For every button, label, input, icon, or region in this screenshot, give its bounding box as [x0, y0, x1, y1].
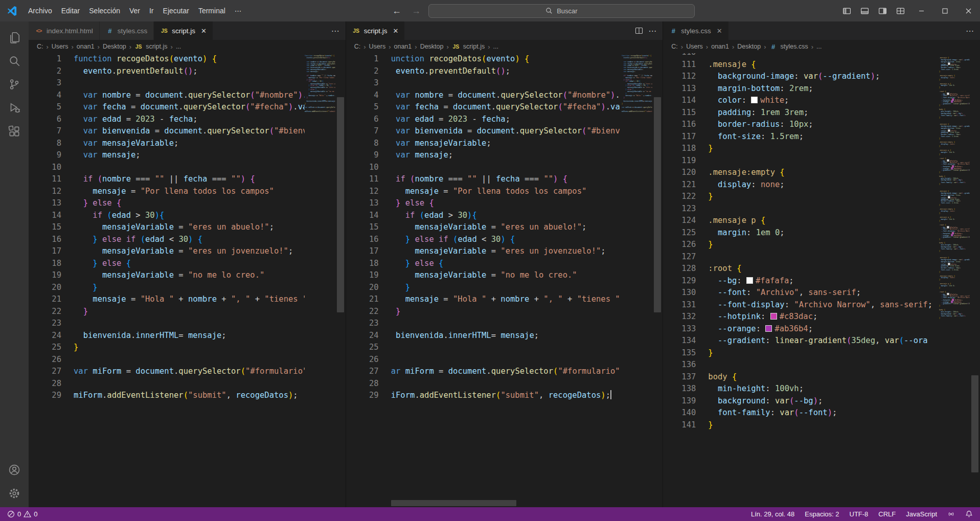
layout-sidebar-left-icon[interactable] [838, 0, 856, 21]
breadcrumb-item[interactable]: Users [369, 43, 386, 50]
problems-status[interactable]: 0 0 [7, 510, 37, 518]
close-button[interactable] [956, 0, 980, 21]
command-center-search[interactable]: Buscar [428, 4, 695, 18]
menu-selección[interactable]: Selección [84, 4, 125, 17]
language-mode-status[interactable]: JavaScript [906, 510, 937, 518]
code-content: .mensaje { background-image: var(--gradi… [939, 255, 970, 319]
minimize-button[interactable] [909, 0, 933, 21]
breadcrumb-item[interactable]: Users [686, 43, 703, 50]
horizontal-scrollbar[interactable] [391, 500, 516, 506]
code-area[interactable]: function recogeDatos(evento) { evento.pr… [391, 53, 622, 507]
notifications-bell-icon[interactable] [965, 510, 973, 518]
code-token [405, 174, 410, 184]
code-token: } [396, 307, 400, 316]
breadcrumb-item[interactable]: Desktop [737, 43, 761, 50]
code-token: "tienes " [264, 295, 304, 304]
code-token: = [434, 115, 448, 124]
minimap[interactable]: .mensaje { background-image: var(--gradi… [939, 53, 970, 507]
breadcrumb[interactable]: C:›Users›onan1›Desktop›#styles.css›... [663, 40, 980, 53]
broadcast-icon[interactable] [947, 510, 955, 518]
forward-icon[interactable]: → [409, 6, 423, 16]
code-line: if (nombre === "" || fecha === "") { [391, 173, 622, 186]
more-actions-icon[interactable]: ⋯ [331, 26, 339, 36]
line-number: 25 [29, 342, 61, 354]
activity-run-debug-icon[interactable] [2, 96, 27, 120]
more-actions-icon[interactable]: ⋯ [966, 26, 974, 36]
scrollbar-thumb[interactable] [337, 97, 344, 312]
maximize-button[interactable] [933, 0, 956, 21]
scrollbar-thumb[interactable] [654, 97, 661, 312]
code-token: { [117, 198, 121, 208]
activity-settings-icon[interactable] [2, 482, 27, 505]
scrollbar-thumb[interactable] [971, 375, 978, 472]
code-line [708, 359, 939, 371]
code-token: ) [241, 174, 245, 184]
breadcrumb-file[interactable]: styles.css [781, 43, 808, 50]
code-token: ; [960, 267, 961, 269]
tab-script.js[interactable]: JSscript.js✕ [154, 21, 213, 40]
menu-overflow-button[interactable]: ⋯ [230, 4, 246, 17]
vertical-scrollbar[interactable] [335, 53, 346, 507]
close-icon[interactable]: ✕ [393, 27, 398, 35]
breadcrumb-item[interactable]: C: [354, 43, 361, 50]
activity-source-control-icon[interactable] [2, 73, 27, 96]
code-token [410, 102, 415, 111]
cursor-position-status[interactable]: Lín. 29, col. 48 [751, 510, 794, 518]
breadcrumb[interactable]: C:›Users›onan1›Desktop›JSscript.js›... [29, 40, 346, 53]
breadcrumb-item[interactable]: Users [52, 43, 69, 50]
code-line: .mensaje p { [708, 215, 939, 227]
code-area[interactable]: function recogeDatos(evento) { evento.pr… [74, 53, 305, 507]
activity-account-icon[interactable] [2, 458, 27, 482]
layout-sidebar-right-icon[interactable] [874, 0, 892, 21]
code-token: "#fecha" [563, 102, 601, 111]
breadcrumb-file[interactable]: script.js [463, 43, 485, 50]
breadcrumb-item[interactable]: C: [671, 43, 678, 50]
tab-script.js[interactable]: JSscript.js✕ [346, 21, 405, 40]
menu-editar[interactable]: Editar [57, 4, 85, 17]
layout-customize-icon[interactable] [892, 0, 909, 21]
tab-styles.css[interactable]: #styles.css✕ [663, 21, 728, 40]
back-icon[interactable]: ← [390, 6, 404, 16]
close-icon[interactable]: ✕ [201, 27, 207, 35]
indentation-status[interactable]: Espacios: 2 [805, 510, 839, 518]
tab-styles.css[interactable]: #styles.css [100, 21, 154, 40]
code-token: querySelector [178, 367, 240, 376]
vertical-scrollbar[interactable] [970, 53, 980, 507]
breadcrumb-symbol[interactable]: ... [816, 43, 822, 50]
breadcrumb-item[interactable]: Desktop [420, 43, 444, 50]
code-token: document [317, 106, 325, 108]
minimap[interactable]: function recogeDatos(evento) { evento.pr… [622, 53, 652, 507]
code-token: querySelector [500, 90, 562, 100]
close-icon[interactable]: ✕ [717, 27, 722, 35]
code-token: } [939, 220, 940, 222]
breadcrumb-file[interactable]: script.js [146, 43, 167, 50]
breadcrumb-item[interactable]: Desktop [103, 43, 126, 50]
breadcrumb[interactable]: C:›Users›onan1›Desktop›JSscript.js›... [346, 40, 663, 53]
breadcrumb-item[interactable]: onan1 [77, 43, 95, 50]
menu-ejecutar[interactable]: Ejecutar [158, 4, 194, 17]
minimap[interactable]: function recogeDatos(evento) { evento.pr… [305, 53, 335, 507]
vertical-scrollbar[interactable] [652, 53, 663, 507]
activity-explorer-icon[interactable] [2, 26, 27, 49]
breadcrumb-item[interactable]: onan1 [711, 43, 729, 50]
eol-status[interactable]: CRLF [878, 510, 896, 518]
menu-terminal[interactable]: Terminal [194, 4, 230, 17]
menu-ver[interactable]: Ver [125, 4, 145, 17]
activity-extensions-icon[interactable] [2, 120, 27, 143]
breadcrumb-item[interactable]: C: [37, 43, 43, 50]
code-token: ; [962, 99, 963, 101]
breadcrumb-symbol[interactable]: ... [493, 43, 498, 50]
split-editor-icon[interactable] [635, 27, 643, 35]
menu-ir[interactable]: Ir [145, 4, 158, 17]
breadcrumb-item[interactable]: onan1 [394, 43, 412, 50]
encoding-status[interactable]: UTF-8 [850, 510, 869, 518]
activity-search-icon[interactable] [2, 49, 27, 73]
code-token: ; [954, 277, 955, 279]
more-actions-icon[interactable]: ⋯ [648, 26, 656, 36]
tab-index.html.html[interactable]: <>index.html.html [29, 21, 100, 40]
layout-panel-bottom-icon[interactable] [856, 0, 874, 21]
code-line: var bienvenida = document.querySelector(… [74, 125, 305, 138]
menu-archivo[interactable]: Archivo [24, 4, 57, 17]
code-area[interactable]: .mensaje { background-image: var(--gradi… [708, 53, 939, 507]
breadcrumb-symbol[interactable]: ... [176, 43, 181, 50]
